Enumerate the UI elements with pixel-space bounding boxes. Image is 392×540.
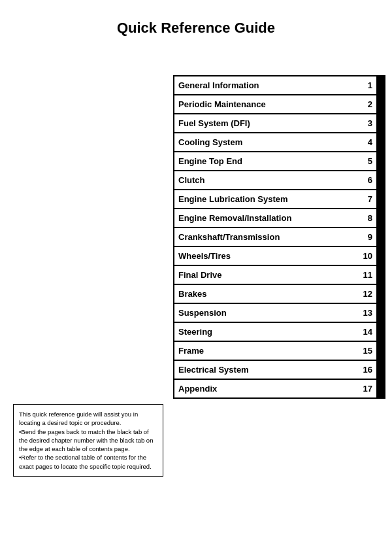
toc-label: Crankshaft/Transmission [174, 229, 358, 245]
toc-tab [376, 323, 385, 341]
toc-label: Engine Lubrication System [174, 192, 358, 207]
toc-number: 1 [358, 78, 376, 93]
toc-number: 3 [358, 116, 376, 131]
toc-tab [376, 266, 385, 284]
toc-row[interactable]: Engine Removal/Installation8 [173, 208, 385, 227]
toc-number: 15 [358, 343, 376, 358]
toc-number: 5 [358, 154, 376, 169]
toc-label: Electrical System [174, 362, 358, 377]
toc-number: 4 [358, 135, 376, 150]
toc-number: 7 [358, 192, 376, 207]
toc-tab [376, 304, 385, 322]
toc-row[interactable]: General Information1 [173, 75, 385, 94]
toc-tab [376, 152, 385, 170]
page: Quick Reference Guide General Informatio… [0, 0, 392, 540]
toc-label: Engine Top End [174, 154, 358, 169]
toc-row[interactable]: Fuel System (DFI)3 [173, 113, 385, 132]
toc-row[interactable]: Crankshaft/Transmission9 [173, 227, 385, 246]
toc-row[interactable]: Wheels/Tires10 [173, 246, 385, 265]
toc-label: Appendix [174, 381, 358, 396]
toc-row[interactable]: Engine Lubrication System7 [173, 189, 385, 208]
toc-row[interactable]: Cooling System4 [173, 132, 385, 151]
toc-tab [376, 114, 385, 132]
toc-tab [376, 247, 385, 265]
toc-row[interactable]: Brakes12 [173, 284, 385, 303]
toc-number: 2 [358, 97, 376, 112]
toc-label: Frame [174, 343, 358, 358]
toc-label: Final Drive [174, 267, 358, 282]
toc-row[interactable]: Electrical System16 [173, 360, 385, 379]
toc-number: 9 [358, 229, 376, 245]
toc-number: 14 [358, 324, 376, 339]
sidebar-note: This quick reference guide will assist y… [13, 404, 163, 477]
toc-label: Brakes [174, 286, 358, 301]
toc-tab [376, 209, 385, 227]
toc-label: Suspension [174, 305, 358, 320]
toc-number: 13 [358, 305, 376, 320]
toc-container: General Information1Periodic Maintenance… [173, 75, 385, 399]
toc-row[interactable]: Steering14 [173, 322, 385, 341]
page-title: Quick Reference Guide [0, 0, 392, 50]
toc-number: 12 [358, 286, 376, 301]
toc-tab [376, 361, 385, 379]
toc-row[interactable]: Clutch6 [173, 170, 385, 189]
toc-row[interactable]: Suspension13 [173, 303, 385, 322]
toc-label: Steering [174, 324, 358, 339]
toc-label: Periodic Maintenance [174, 97, 358, 112]
toc-label: Engine Removal/Installation [174, 211, 358, 226]
toc-tab [376, 190, 385, 208]
toc-label: General Information [174, 78, 358, 93]
toc-tab [376, 133, 385, 151]
toc-row[interactable]: Frame15 [173, 341, 385, 360]
toc-row[interactable]: Periodic Maintenance2 [173, 94, 385, 113]
toc-tab [376, 171, 385, 189]
toc-tab [376, 95, 385, 113]
toc-row[interactable]: Engine Top End5 [173, 151, 385, 170]
toc-row[interactable]: Appendix17 [173, 379, 385, 399]
toc-tab [376, 342, 385, 360]
toc-row[interactable]: Final Drive11 [173, 265, 385, 284]
toc-label: Fuel System (DFI) [174, 116, 358, 131]
toc-label: Clutch [174, 173, 358, 188]
toc-number: 16 [358, 362, 376, 377]
toc-number: 10 [358, 248, 376, 263]
toc-number: 6 [358, 173, 376, 188]
toc-tab [376, 76, 385, 94]
toc-number: 11 [358, 267, 376, 282]
toc-tab [376, 380, 385, 397]
toc-number: 17 [358, 381, 376, 396]
sidebar-note-text: This quick reference guide will assist y… [19, 411, 153, 470]
toc-tab [376, 228, 385, 246]
toc-tab [376, 285, 385, 303]
toc-number: 8 [358, 211, 376, 226]
toc-label: Cooling System [174, 135, 358, 150]
toc-label: Wheels/Tires [174, 248, 358, 263]
